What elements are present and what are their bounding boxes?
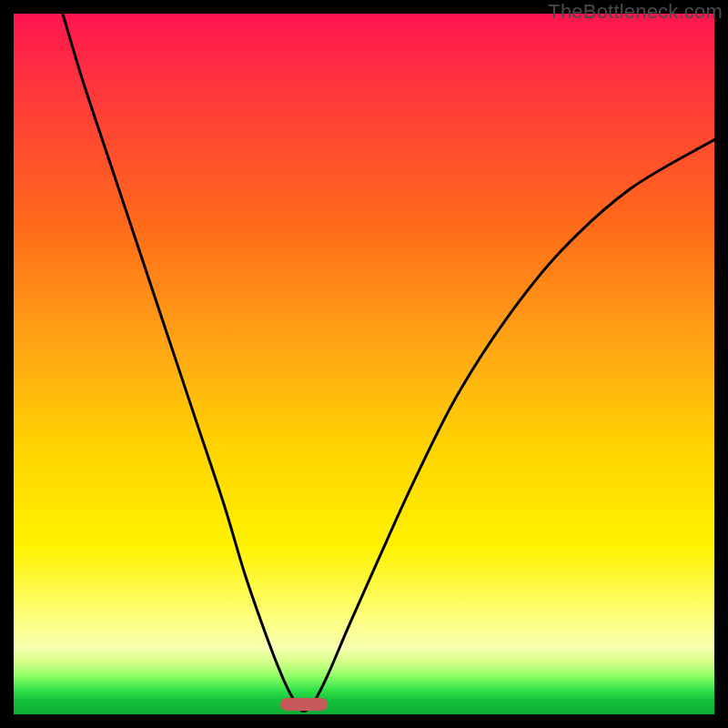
watermark-text: TheBottleneck.com — [548, 0, 723, 24]
bottleneck-curve — [14, 14, 714, 714]
plot-area — [14, 14, 714, 714]
chart-frame — [14, 14, 714, 714]
bottleneck-marker — [280, 698, 328, 711]
